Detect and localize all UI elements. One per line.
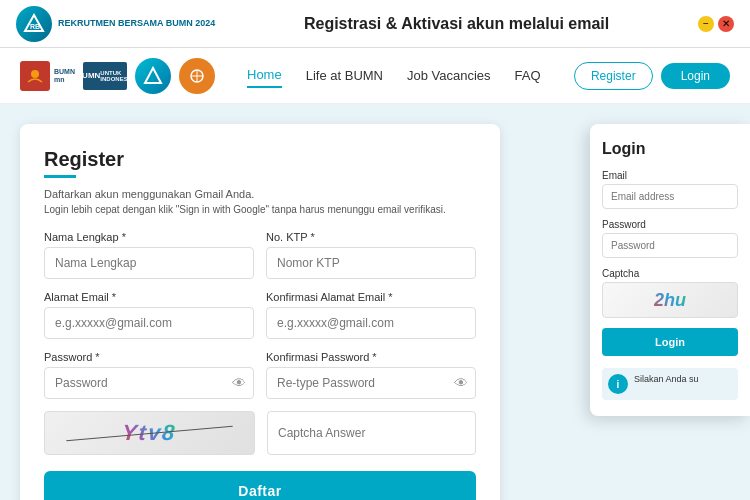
close-button[interactable]: ✕ — [718, 16, 734, 32]
password-group: Password * 👁 — [44, 351, 254, 399]
email-label: Alamat Email * — [44, 291, 254, 303]
app-logo-icon: RB — [16, 6, 52, 42]
konfirmasi-password-input-wrapper: 👁 — [266, 367, 476, 399]
form-row-2: Alamat Email * Konfirmasi Alamat Email * — [44, 291, 476, 339]
navbar: BUMNmn BUMNUNTUK INDONESIA Home Life at … — [0, 48, 750, 104]
nav-life-at-bumn[interactable]: Life at BUMN — [306, 64, 383, 87]
title-bar: RB REKRUTMEN BERSAMA BUMN 2024 Registras… — [0, 0, 750, 48]
nama-lengkap-group: Nama Lengkap * — [44, 231, 254, 279]
password-eye-icon[interactable]: 👁 — [232, 375, 246, 391]
form-row-3: Password * 👁 Konfirmasi Password * 👁 — [44, 351, 476, 399]
login-captcha-text: 2hu — [654, 290, 686, 311]
nama-lengkap-input[interactable] — [44, 247, 254, 279]
title-bar-logo: RB REKRUTMEN BERSAMA BUMN 2024 — [16, 6, 215, 42]
email-input[interactable] — [44, 307, 254, 339]
no-ktp-input[interactable] — [266, 247, 476, 279]
login-side-captcha-label: Captcha — [602, 268, 738, 279]
login-side-title: Login — [602, 140, 738, 158]
konfirmasi-password-input[interactable] — [266, 367, 476, 399]
register-divider — [44, 175, 76, 178]
notification-icon: i — [608, 374, 628, 394]
nav-links: Home Life at BUMN Job Vacancies FAQ — [247, 63, 558, 88]
nav-home[interactable]: Home — [247, 63, 282, 88]
login-side-captcha-image: 2hu — [602, 282, 738, 318]
password-input[interactable] — [44, 367, 254, 399]
konfirmasi-password-label: Konfirmasi Password * — [266, 351, 476, 363]
daftar-button[interactable]: Daftar — [44, 471, 476, 500]
rekrutmen-logo — [135, 58, 171, 94]
notification-text: Silakan Anda su — [634, 374, 699, 386]
konfirmasi-email-input[interactable] — [266, 307, 476, 339]
captcha-row: Ytv8 — [44, 411, 476, 455]
minimize-button[interactable]: − — [698, 16, 714, 32]
password-label: Password * — [44, 351, 254, 363]
svg-marker-3 — [145, 68, 161, 83]
register-button[interactable]: Register — [574, 62, 653, 90]
konfirmasi-password-eye-icon[interactable]: 👁 — [454, 375, 468, 391]
konfirmasi-email-group: Konfirmasi Alamat Email * — [266, 291, 476, 339]
forum-logo — [179, 58, 215, 94]
svg-text:RB: RB — [30, 23, 40, 30]
password-input-wrapper: 👁 — [44, 367, 254, 399]
captcha-answer-group — [267, 411, 476, 455]
email-group: Alamat Email * — [44, 291, 254, 339]
nav-job-vacancies[interactable]: Job Vacancies — [407, 64, 491, 87]
login-side-card: Login Email Password Captcha 2hu Login i… — [590, 124, 750, 416]
nama-lengkap-label: Nama Lengkap * — [44, 231, 254, 243]
login-button[interactable]: Login — [661, 63, 730, 89]
no-ktp-label: No. KTP * — [266, 231, 476, 243]
nav-actions: Register Login — [574, 62, 730, 90]
login-side-button[interactable]: Login — [602, 328, 738, 356]
window-controls: − ✕ — [698, 16, 734, 32]
register-card: Register Daftarkan akun menggunakan Gmai… — [20, 124, 500, 500]
konfirmasi-password-group: Konfirmasi Password * 👁 — [266, 351, 476, 399]
login-side-password-label: Password — [602, 219, 738, 230]
register-subtitle: Daftarkan akun menggunakan Gmail Anda. — [44, 188, 476, 200]
form-row-1: Nama Lengkap * No. KTP * — [44, 231, 476, 279]
navbar-logos: BUMNmn BUMNUNTUK INDONESIA — [20, 58, 215, 94]
login-side-notification: i Silakan Anda su — [602, 368, 738, 400]
login-side-email-label: Email — [602, 170, 738, 181]
captcha-answer-input[interactable] — [267, 411, 476, 455]
konfirmasi-email-label: Konfirmasi Alamat Email * — [266, 291, 476, 303]
app-logo-text: REKRUTMEN BERSAMA BUMN 2024 — [58, 18, 215, 29]
captcha-image: Ytv8 — [44, 411, 255, 455]
main-content: Register Daftarkan akun menggunakan Gmai… — [0, 104, 750, 500]
login-side-email-input[interactable] — [602, 184, 738, 209]
nav-faq[interactable]: FAQ — [515, 64, 541, 87]
logo-garuda-item: BUMNmn — [20, 61, 75, 91]
svg-point-2 — [31, 70, 39, 78]
page-title: Registrasi & Aktivasi akun melalui email — [215, 15, 698, 33]
login-side-password-input[interactable] — [602, 233, 738, 258]
garuda-logo — [20, 61, 50, 91]
no-ktp-group: No. KTP * — [266, 231, 476, 279]
bumn-logo: BUMNUNTUK INDONESIA — [83, 62, 127, 90]
register-note: Login lebih cepat dengan klik "Sign in w… — [44, 204, 476, 215]
register-title: Register — [44, 148, 476, 171]
